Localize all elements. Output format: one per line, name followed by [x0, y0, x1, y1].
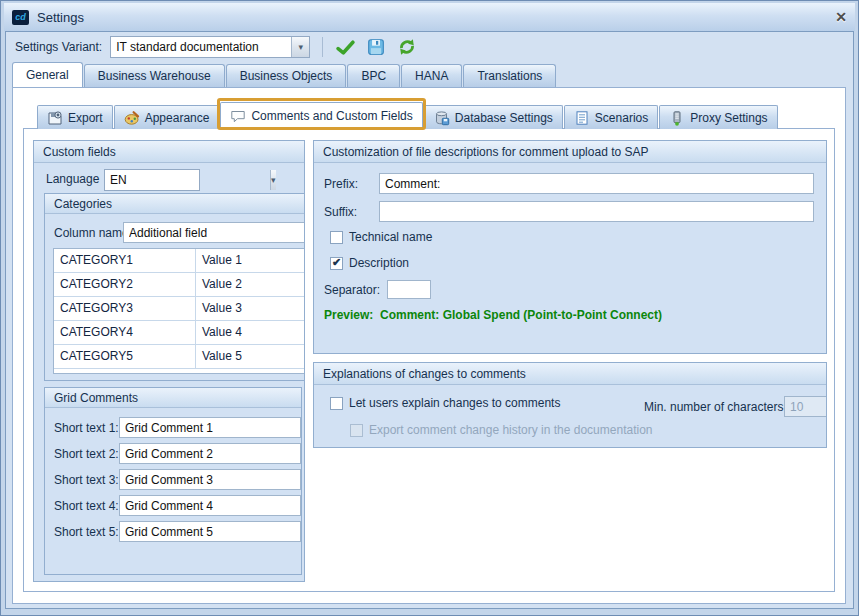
short-text-3-input[interactable]	[119, 469, 301, 490]
general-tab-page: Export Appearance	[12, 87, 846, 604]
palette-icon	[124, 110, 140, 126]
technical-name-row: ✔ Technical name	[330, 230, 432, 244]
floppy-disk-icon	[367, 38, 385, 56]
refresh-icon	[398, 38, 416, 56]
tab-bpc[interactable]: BPC	[347, 64, 400, 87]
table-row[interactable]: CATEGORY5 Value 5	[54, 345, 305, 369]
preview-line: Preview: Comment: Global Spend (Point-to…	[324, 308, 662, 322]
category-cell[interactable]: CATEGORY4	[54, 321, 196, 344]
explanations-group: Explanations of changes to comments ✔ Le…	[313, 362, 827, 448]
technical-name-checkbox[interactable]: ✔	[330, 231, 343, 244]
categories-table[interactable]: CATEGORY1 Value 1 CATEGORY2 Value 2 CATE…	[53, 248, 305, 374]
short-text-3-label: Short text 3:	[54, 473, 119, 487]
description-label: Description	[349, 256, 409, 270]
tab-proxy-label: Proxy Settings	[690, 111, 767, 125]
proxy-server-icon	[669, 110, 685, 126]
tab-hana[interactable]: HANA	[401, 64, 462, 87]
category-cell[interactable]: CATEGORY1	[54, 249, 196, 272]
preview-label: Preview:	[324, 308, 373, 322]
categories-group-title: Categories	[45, 194, 305, 214]
checkmark-icon	[336, 40, 355, 55]
tab-business-warehouse[interactable]: Business Warehouse	[84, 64, 225, 87]
tab-scenarios-label: Scenarios	[595, 111, 648, 125]
tab-comments-and-custom-fields[interactable]: Comments and Custom Fields	[220, 102, 422, 129]
save-button[interactable]	[364, 35, 388, 59]
separator-label: Separator:	[324, 283, 380, 297]
tab-export[interactable]: Export	[37, 105, 113, 129]
close-icon[interactable]: ✕	[835, 9, 847, 25]
titlebar[interactable]: cd Settings ✕	[4, 3, 855, 31]
tab-comments-label: Comments and Custom Fields	[251, 109, 412, 123]
confirm-button[interactable]	[333, 35, 357, 59]
main-tab-strip: General Business Warehouse Business Obje…	[12, 62, 557, 87]
explanations-group-title: Explanations of changes to comments	[314, 363, 826, 385]
short-text-4-label: Short text 4:	[54, 499, 119, 513]
short-text-5-label: Short text 5:	[54, 525, 119, 539]
short-text-1-input[interactable]	[119, 417, 301, 438]
separator-input[interactable]	[387, 280, 431, 299]
variant-toolbar: Settings Variant: ▾	[6, 32, 853, 62]
language-row: Language	[46, 172, 99, 186]
value-cell[interactable]: Value 4	[196, 321, 248, 344]
tab-appearance[interactable]: Appearance	[114, 105, 220, 129]
table-row[interactable]: CATEGORY4 Value 4	[54, 321, 305, 345]
toolbar-separator	[322, 37, 323, 57]
settings-variant-combobox[interactable]: ▾	[110, 36, 310, 58]
table-row[interactable]: CATEGORY2 Value 2	[54, 273, 305, 297]
value-cell[interactable]: Value 5	[196, 345, 248, 368]
chevron-down-icon[interactable]: ▾	[291, 37, 309, 57]
export-icon	[47, 110, 63, 126]
language-input[interactable]	[105, 170, 270, 190]
tab-translations[interactable]: Translations	[463, 64, 556, 87]
tab-business-objects[interactable]: Business Objects	[226, 64, 347, 87]
grid-comments-group-title: Grid Comments	[45, 388, 301, 408]
min-chars-label: Min. number of characters:	[644, 400, 787, 414]
export-history-checkbox[interactable]: ✔	[350, 424, 363, 437]
min-chars-input[interactable]	[784, 396, 827, 417]
prefix-input[interactable]	[379, 173, 814, 194]
preview-value: Comment: Global Spend (Point-to-Point Co…	[380, 308, 662, 322]
custom-fields-group-title: Custom fields	[34, 141, 304, 163]
table-row[interactable]: CATEGORY3 Value 3	[54, 297, 305, 321]
settings-variant-label: Settings Variant:	[15, 40, 102, 54]
value-cell[interactable]: Value 2	[196, 273, 248, 296]
settings-window: cd Settings ✕ Settings Variant: ▾	[0, 0, 859, 616]
description-checkbox[interactable]: ✔	[330, 257, 343, 270]
settings-variant-input[interactable]	[111, 37, 291, 57]
customization-group-title: Customization of file descriptions for c…	[314, 141, 826, 163]
chevron-down-icon[interactable]: ▾	[270, 170, 276, 190]
customization-group: Customization of file descriptions for c…	[313, 140, 827, 354]
tab-export-label: Export	[68, 111, 103, 125]
comment-bubble-icon	[230, 108, 246, 124]
document-icon	[574, 110, 590, 126]
tab-appearance-label: Appearance	[145, 111, 210, 125]
tab-scenarios[interactable]: Scenarios	[564, 105, 658, 129]
tab-general[interactable]: General	[12, 62, 83, 87]
description-row: ✔ Description	[330, 256, 409, 270]
column-name-input[interactable]	[123, 222, 305, 243]
table-row[interactable]: CATEGORY1 Value 1	[54, 249, 305, 273]
category-cell[interactable]: CATEGORY2	[54, 273, 196, 296]
let-users-explain-checkbox[interactable]: ✔	[330, 397, 343, 410]
language-label: Language	[46, 172, 99, 186]
tab-database-settings[interactable]: Database Settings	[424, 105, 563, 129]
custom-fields-group: Custom fields Language ▾ Categories Colu…	[33, 140, 305, 582]
short-text-5-input[interactable]	[119, 521, 301, 542]
language-combobox[interactable]: ▾	[104, 169, 200, 191]
let-users-explain-label: Let users explain changes to comments	[349, 396, 560, 410]
suffix-input[interactable]	[379, 201, 814, 222]
short-text-2-input[interactable]	[119, 443, 301, 464]
category-cell[interactable]: CATEGORY5	[54, 345, 196, 368]
short-text-4-input[interactable]	[119, 495, 301, 516]
refresh-button[interactable]	[395, 35, 419, 59]
export-history-row: ✔ Export comment change history in the d…	[350, 423, 653, 437]
value-cell[interactable]: Value 1	[196, 249, 248, 272]
sub-tab-strip: Export Appearance	[37, 102, 779, 129]
categories-group: Categories Column name: CATEGORY1 Value …	[44, 193, 305, 381]
category-cell[interactable]: CATEGORY3	[54, 297, 196, 320]
tab-database-label: Database Settings	[455, 111, 553, 125]
value-cell[interactable]: Value 3	[196, 297, 248, 320]
app-logo-icon: cd	[12, 10, 29, 25]
window-title: Settings	[37, 10, 84, 25]
tab-proxy-settings[interactable]: Proxy Settings	[659, 105, 777, 129]
